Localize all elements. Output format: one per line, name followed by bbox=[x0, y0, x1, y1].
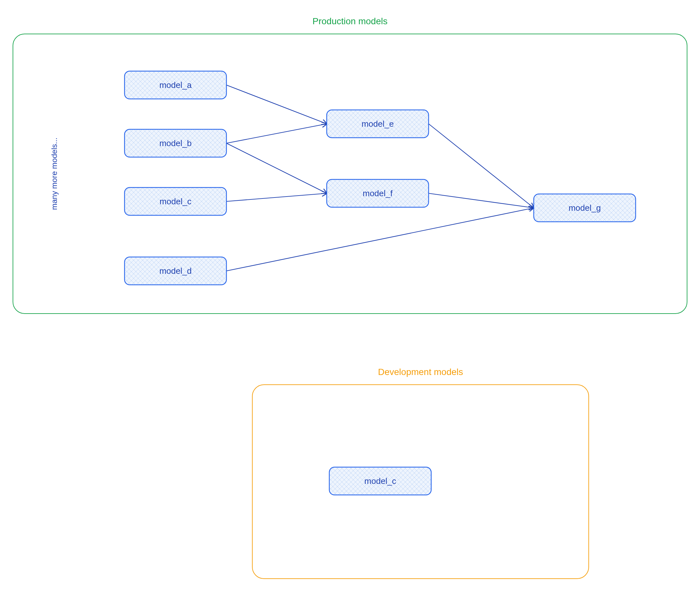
edge-model_d-to-model_g bbox=[227, 208, 534, 271]
node-model_g: model_g bbox=[534, 194, 636, 222]
node-model_d: model_d bbox=[125, 257, 227, 285]
edge-model_b-to-model_e bbox=[227, 124, 327, 143]
node-model_c: model_c bbox=[125, 188, 227, 215]
side-note: many more models... bbox=[50, 137, 58, 210]
node-label: model_c bbox=[364, 476, 396, 486]
node-model_c_dev: model_c bbox=[329, 467, 431, 495]
development-title: Development models bbox=[378, 367, 463, 377]
development-nodes: model_c bbox=[329, 467, 431, 495]
production-nodes: model_amodel_bmodel_cmodel_dmodel_emodel… bbox=[125, 71, 636, 285]
node-model_f: model_f bbox=[327, 179, 429, 207]
edge-model_c-to-model_f bbox=[227, 193, 327, 201]
node-model_e: model_e bbox=[327, 110, 429, 138]
node-label: model_c bbox=[159, 197, 191, 206]
node-model_b: model_b bbox=[125, 129, 227, 157]
diagram-canvas: Production models many more models... mo… bbox=[0, 0, 700, 589]
node-label: model_a bbox=[159, 80, 192, 90]
node-model_a: model_a bbox=[125, 71, 227, 99]
production-title: Production models bbox=[312, 16, 388, 26]
node-label: model_b bbox=[159, 138, 192, 148]
edge-model_b-to-model_f bbox=[227, 143, 327, 193]
node-label: model_d bbox=[159, 266, 192, 276]
production-group-box bbox=[13, 34, 687, 314]
edge-model_a-to-model_e bbox=[227, 85, 327, 124]
node-label: model_f bbox=[363, 188, 393, 198]
node-label: model_e bbox=[362, 119, 394, 129]
node-label: model_g bbox=[569, 203, 601, 213]
